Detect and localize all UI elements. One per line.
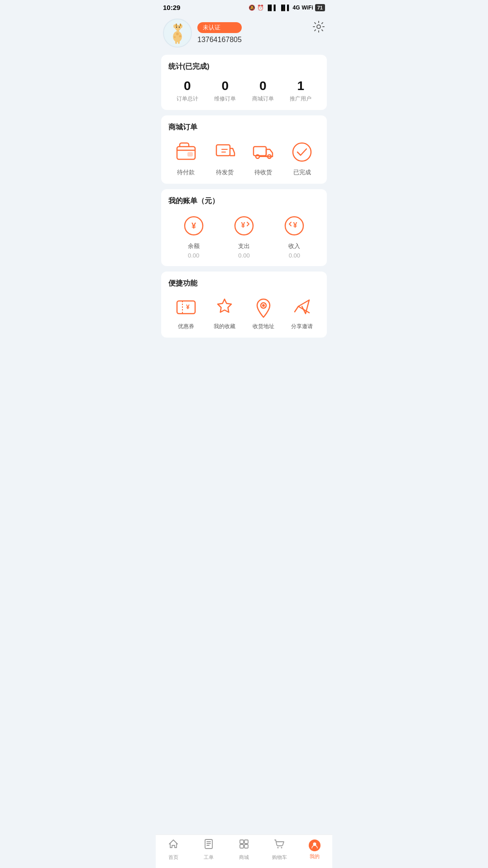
order-item-completed[interactable]: 已完成 [285,139,320,176]
coupon-icon: ¥ [174,296,198,319]
account-label-income: 收入 [288,242,300,250]
nav-item-order[interactable]: 工单 [191,839,226,861]
nav-item-cart[interactable]: 购物车 [262,839,297,861]
svg-point-10 [176,33,179,35]
stat-label-referral: 推广用户 [282,95,320,103]
status-icons: 🔕 ⏰ ▐▌▌ ▐▌▌ 4G WiFi 71 [249,4,325,11]
mine-nav-icon [309,839,321,851]
order-label-pending-ship: 待发货 [216,168,234,176]
share-icon [290,296,314,319]
quick-functions-card: 便捷功能 ¥ 优惠券 我的收藏 [161,272,327,338]
svg-point-33 [262,310,265,313]
home-nav-icon [168,839,179,852]
avatar[interactable] [163,19,192,48]
svg-point-34 [262,304,265,307]
stat-value-mall: 0 [244,79,282,93]
account-label-balance: 余额 [188,242,200,250]
stat-item-orders[interactable]: 0 订单总计 [168,79,206,103]
account-grid: ¥ 余额 0.00 ¥ 支出 0.00 [168,213,320,259]
verification-badge[interactable]: 未认证 [197,22,242,33]
quick-item-favorites[interactable]: 我的收藏 [207,296,243,330]
battery-indicator: 71 [315,4,325,11]
account-title: 我的账单（元） [168,196,320,206]
svg-point-40 [277,847,279,849]
nav-item-mine[interactable]: 我的 [297,839,332,860]
svg-rect-38 [240,844,244,848]
svg-point-15 [317,25,321,29]
order-item-pending-pay[interactable]: 待付款 [168,139,204,176]
account-item-expense[interactable]: ¥ 支出 0.00 [219,213,269,259]
mine-avatar [309,839,321,851]
quick-label-coupon: 优惠券 [178,323,194,330]
nav-label-home: 首页 [168,854,178,861]
svg-point-13 [176,27,177,28]
quick-functions-title: 便捷功能 [168,279,320,288]
account-card: 我的账单（元） ¥ 余额 0.00 ¥ [161,189,327,266]
account-item-income[interactable]: ¥ 收入 0.00 [269,213,320,259]
quick-item-coupon[interactable]: ¥ 优惠券 [168,296,204,330]
profile-section: 未认证 13764167805 [156,13,332,55]
order-nav-icon [203,839,214,852]
ship-icon [212,139,237,165]
svg-text:¥: ¥ [186,303,190,310]
balance-icon: ¥ [181,213,206,238]
expense-icon: ¥ [231,213,257,238]
nav-label-mine: 我的 [310,853,320,860]
status-time: 10:29 [163,4,180,11]
stat-label-mall: 商城订单 [244,95,282,103]
stat-item-mall[interactable]: 0 商城订单 [244,79,282,103]
svg-rect-8 [176,24,177,26]
order-item-pending-ship[interactable]: 待发货 [207,139,243,176]
svg-rect-19 [254,147,266,156]
stat-label-orders: 订单总计 [168,95,206,103]
stat-value-referral: 1 [282,79,320,93]
svg-rect-39 [244,844,248,848]
svg-point-22 [293,143,311,161]
quick-label-favorites: 我的收藏 [214,323,235,330]
order-label-pending-pay: 待付款 [177,168,195,176]
quick-item-address[interactable]: 收货地址 [246,296,281,330]
nav-label-cart: 购物车 [272,854,287,861]
income-icon: ¥ [282,213,307,238]
svg-rect-9 [180,24,181,26]
nav-item-home[interactable]: 首页 [156,839,191,861]
stat-label-repair: 维修订单 [206,95,244,103]
nav-item-shop[interactable]: 商城 [226,839,262,861]
stats-title: 统计(已完成) [168,62,320,72]
stat-item-repair[interactable]: 0 维修订单 [206,79,244,103]
settings-icon[interactable] [312,20,325,36]
svg-point-11 [174,36,176,38]
svg-point-14 [179,27,180,28]
svg-rect-18 [216,145,230,156]
stat-value-orders: 0 [168,79,206,93]
svg-rect-36 [240,840,244,844]
nav-label-order: 工单 [204,854,214,861]
stat-item-referral[interactable]: 1 推广用户 [282,79,320,103]
svg-rect-2 [175,40,177,44]
quick-label-address: 收货地址 [253,323,274,330]
account-label-expense: 支出 [238,242,250,250]
account-value-balance: 0.00 [188,252,199,259]
main-content: 未认证 13764167805 统计(已完成) 0 订单总计 0 维修订单 0 [156,13,332,379]
account-value-income: 0.00 [289,252,300,259]
star-icon [213,296,236,319]
stats-card: 统计(已完成) 0 订单总计 0 维修订单 0 商城订单 1 推广用户 [161,55,327,110]
nav-label-shop: 商城 [239,854,249,861]
stat-value-repair: 0 [206,79,244,93]
quick-label-share: 分享邀请 [291,323,313,330]
svg-text:¥: ¥ [293,221,297,229]
mall-orders-card: 商城订单 待付款 [161,115,327,184]
svg-rect-37 [244,840,248,844]
quick-grid: ¥ 优惠券 我的收藏 [168,296,320,330]
svg-rect-17 [188,153,192,156]
account-value-expense: 0.00 [238,252,249,259]
quick-item-share[interactable]: 分享邀请 [285,296,320,330]
location-icon [252,296,275,319]
account-item-balance[interactable]: ¥ 余额 0.00 [168,213,219,259]
order-item-pending-receive[interactable]: 待收货 [246,139,281,176]
phone-number: 13764167805 [197,36,242,44]
svg-rect-35 [205,839,212,849]
profile-info: 未认证 13764167805 [197,22,242,44]
order-label-pending-receive: 待收货 [254,168,272,176]
svg-point-41 [281,847,282,849]
